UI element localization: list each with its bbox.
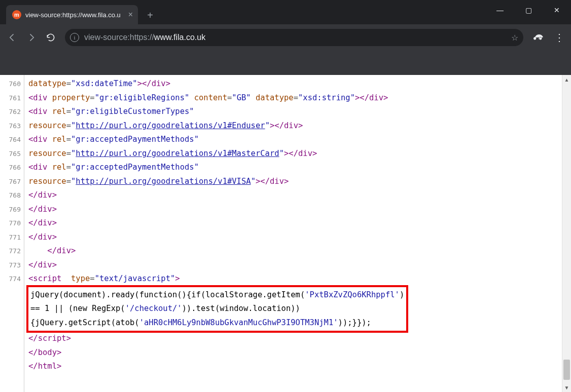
tab-title: view-source:https://www.fila.co.u: [25, 11, 123, 19]
new-tab-button[interactable]: +: [143, 8, 157, 22]
scroll-up-icon[interactable]: ▲: [562, 75, 571, 84]
toolbar-spacer: [0, 51, 571, 75]
reload-button[interactable]: [42, 28, 60, 47]
favicon-icon: m: [12, 10, 21, 19]
vertical-scrollbar[interactable]: ▲ ▼: [562, 75, 571, 392]
maximize-button[interactable]: ▢: [514, 0, 543, 20]
bookmark-star-icon[interactable]: ☆: [511, 33, 518, 43]
titlebar: m view-source:https://www.fila.co.u × + …: [0, 0, 571, 24]
kebab-menu-icon[interactable]: ⋮: [551, 29, 568, 46]
site-info-icon[interactable]: i: [70, 33, 79, 42]
url-text: view-source:https://www.fila.co.uk: [84, 33, 205, 42]
source-view: 7607617627637647657667677687697707717727…: [0, 75, 571, 392]
incognito-icon[interactable]: [530, 29, 548, 46]
back-button[interactable]: [3, 28, 21, 47]
tab-close-icon[interactable]: ×: [128, 10, 133, 19]
browser-tab[interactable]: m view-source:https://www.fila.co.u ×: [6, 5, 138, 24]
window-controls: — ▢ ✕: [486, 0, 571, 20]
scroll-down-icon[interactable]: ▼: [562, 383, 571, 392]
address-bar[interactable]: i view-source:https://www.fila.co.uk ☆: [65, 29, 523, 46]
toolbar: i view-source:https://www.fila.co.uk ☆ ⋮: [0, 24, 571, 51]
toolbar-right: ⋮: [530, 29, 568, 46]
scroll-thumb[interactable]: [563, 360, 570, 380]
forward-button[interactable]: [22, 28, 41, 47]
line-number-gutter: 7607617627637647657667677687697707717727…: [0, 75, 24, 392]
minimize-button[interactable]: —: [486, 0, 514, 20]
close-window-button[interactable]: ✕: [543, 0, 571, 20]
source-code[interactable]: datatype="xsd:dateTime"></div> <div prop…: [24, 75, 562, 392]
